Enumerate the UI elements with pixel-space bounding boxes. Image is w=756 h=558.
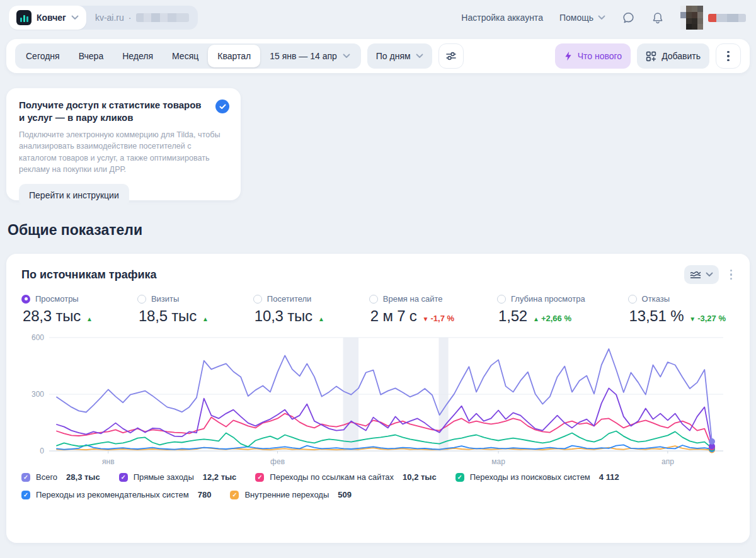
more-menu-button[interactable] (716, 43, 741, 69)
radio-icon (369, 295, 378, 304)
period-today[interactable]: Сегодня (16, 45, 69, 67)
add-widget-button[interactable]: Добавить (637, 43, 709, 69)
whats-new-label: Что нового (578, 51, 622, 61)
help-menu[interactable]: Помощь (559, 13, 605, 23)
radio-icon (628, 295, 637, 304)
svg-text:янв: янв (102, 457, 115, 466)
legend-item-internal[interactable]: Внутренние переходы 509 (230, 490, 352, 499)
svg-text:0: 0 (40, 447, 44, 455)
svg-text:600: 600 (32, 333, 44, 342)
date-range-label: 15 янв — 14 апр (270, 51, 337, 61)
legend-item-total[interactable]: Всего 28,3 тыс (21, 472, 100, 482)
counter-logo-icon (16, 10, 32, 25)
section-title: Общие показатели (8, 222, 142, 239)
metric-views[interactable]: Просмотры 28,3 тыс▲ (21, 294, 94, 325)
segments-filter-button[interactable] (438, 43, 464, 69)
metric-visitors[interactable]: Посетители 10,3 тыс▲ (253, 294, 326, 325)
svg-text:апр: апр (662, 457, 674, 466)
metrica-dashboard: Ковчег kv-ai.ru · Настройка аккаунта Пом… (0, 0, 756, 558)
granularity-select[interactable]: По дням (367, 43, 432, 69)
lightning-icon (564, 51, 573, 61)
granularity-label: По дням (376, 51, 411, 61)
traffic-chart-svg[interactable]: 0300600янвфевмарапр (21, 333, 735, 469)
toolbar: Сегодня Вчера Неделя Месяц Квартал 15 ян… (6, 39, 750, 73)
checkbox-icon (119, 473, 128, 482)
radio-icon (253, 295, 262, 304)
chevron-down-icon (343, 54, 350, 59)
checkbox-icon (230, 491, 239, 499)
chevron-down-icon (71, 15, 79, 20)
account-menu[interactable] (680, 6, 746, 30)
legend-item-search[interactable]: Переходы из поисковых систем 4 112 (455, 472, 619, 482)
svg-text:фев: фев (270, 457, 285, 466)
chart-legend: Всего 28,3 тыс Прямые заходы 12,2 тыс Пе… (21, 472, 735, 499)
sliders-icon (445, 50, 457, 62)
checkbox-icon (255, 473, 264, 482)
counter-site: kv-ai.ru (95, 13, 124, 23)
notifications-bell-icon[interactable] (651, 11, 664, 25)
promo-title: Получите доступ к статистике товаров и у… (19, 99, 207, 125)
promo-card: Получите доступ к статистике товаров и у… (6, 88, 241, 200)
separator-dot: · (129, 13, 132, 23)
line-chart-icon (690, 270, 701, 279)
checkbox-icon (21, 473, 30, 482)
legend-item-recommendation[interactable]: Переходы из рекомендательных систем 780 (21, 490, 211, 499)
trend-down-icon: ▼ (689, 316, 696, 322)
promo-cta-button[interactable]: Перейти к инструкции (19, 184, 129, 207)
chevron-down-icon (598, 15, 605, 20)
avatar (680, 6, 703, 30)
trend-up-icon: ▲ (86, 316, 93, 322)
checkbox-icon (455, 473, 464, 482)
metrics-row: Просмотры 28,3 тыс▲ Визиты 18,5 тыс▲ Пос… (21, 294, 735, 325)
topbar: Ковчег kv-ai.ru · Настройка аккаунта Пом… (0, 0, 756, 35)
trend-up-icon: ▲ (533, 316, 539, 322)
check-badge-icon (215, 100, 229, 113)
metric-visits[interactable]: Визиты 18,5 тыс▲ (137, 294, 210, 325)
widget-title: По источникам трафика (21, 268, 157, 282)
help-label: Помощь (559, 13, 593, 23)
kebab-menu-icon (727, 51, 730, 62)
svg-text:300: 300 (32, 390, 44, 399)
counter-meta[interactable]: kv-ai.ru · (86, 6, 198, 30)
period-quarter[interactable]: Квартал (208, 45, 260, 67)
period-month[interactable]: Месяц (163, 45, 208, 67)
promo-body: Подключите электронную коммерцию для Til… (19, 129, 228, 176)
whats-new-button[interactable]: Что нового (555, 43, 631, 69)
account-settings-link[interactable]: Настройка аккаунта (461, 13, 543, 23)
svg-text:мар: мар (491, 457, 505, 466)
trend-up-icon: ▲ (202, 316, 209, 322)
add-widget-icon (646, 51, 656, 62)
date-range-picker[interactable]: 15 янв — 14 апр (260, 45, 360, 67)
period-yesterday[interactable]: Вчера (69, 45, 113, 67)
radio-selected-icon (21, 295, 30, 304)
counter-switch: Ковчег kv-ai.ru · (9, 6, 198, 30)
radio-icon (497, 295, 506, 304)
counter-name: Ковчег (37, 13, 66, 23)
metric-time-on-site[interactable]: Время на сайте 2 м 7 с▼-1,7 % (369, 294, 454, 325)
traffic-sources-widget: По источникам трафика Просмотры 28,3 тыс… (6, 254, 750, 543)
counter-id-masked (136, 13, 189, 22)
trend-up-icon: ▲ (318, 316, 324, 322)
checkbox-icon (21, 491, 30, 499)
legend-row: Всего 28,3 тыс Прямые заходы 12,2 тыс Пе… (21, 472, 735, 482)
chevron-down-icon (416, 54, 423, 59)
legend-item-site-links[interactable]: Переходы по ссылкам на сайтах 10,2 тыс (255, 472, 436, 482)
add-widget-label: Добавить (662, 51, 701, 61)
radio-icon (137, 295, 146, 304)
trend-down-icon: ▼ (423, 316, 429, 322)
username-masked (708, 14, 746, 22)
account-settings-label: Настройка аккаунта (461, 13, 543, 23)
period-week[interactable]: Неделя (113, 45, 163, 67)
legend-item-direct[interactable]: Прямые заходы 12,2 тыс (119, 472, 237, 482)
period-selector: Сегодня Вчера Неделя Месяц Квартал 15 ян… (15, 43, 361, 69)
legend-row: Переходы из рекомендательных систем 780 … (21, 490, 735, 499)
chat-icon[interactable] (622, 11, 635, 25)
counter-selector[interactable]: Ковчег (9, 6, 86, 30)
metric-page-depth[interactable]: Глубина просмотра 1,52▲+2,66 % (497, 294, 585, 325)
widget-menu-button[interactable] (728, 267, 735, 283)
chevron-down-icon (706, 272, 713, 277)
chart-type-button[interactable] (684, 265, 719, 284)
metric-bounce-rate[interactable]: Отказы 13,51 %▼-3,27 % (628, 294, 726, 325)
topbar-right: Настройка аккаунта Помощь (461, 6, 746, 30)
